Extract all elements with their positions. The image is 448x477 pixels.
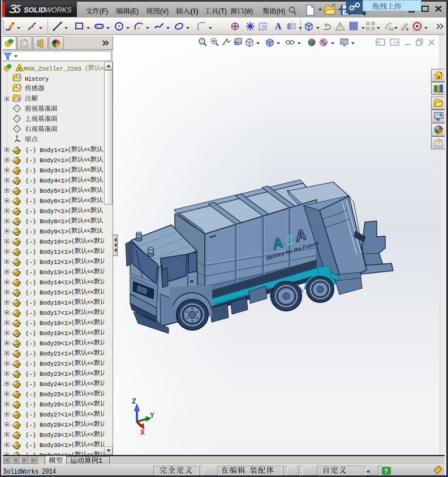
svg-text:(E): (E) — [130, 7, 139, 15]
svg-text:(: ( — [71, 431, 75, 438]
svg-text:Z: Z — [132, 397, 136, 406]
svg-text:History: History — [25, 75, 49, 82]
svg-text:(: ( — [71, 349, 75, 357]
svg-text:<<: << — [87, 268, 94, 275]
svg-text:(: ( — [71, 298, 75, 306]
svg-text:(: ( — [71, 329, 75, 336]
svg-text:(: ( — [71, 258, 75, 265]
svg-text:<<: << — [87, 319, 94, 326]
svg-text:(: ( — [68, 207, 71, 214]
svg-text:<<: << — [87, 400, 94, 407]
svg-text:SOLID: SOLID — [24, 6, 45, 14]
svg-text:(: ( — [71, 248, 75, 255]
svg-text:<<: << — [87, 410, 94, 418]
svg-text:(I): (I) — [190, 7, 199, 15]
svg-text:(-) Body25<1>: (-) Body25<1> — [25, 390, 71, 397]
svg-text:WORKS: WORKS — [45, 6, 72, 14]
svg-text:(-) Body19<1>: (-) Body19<1> — [25, 329, 71, 336]
svg-text:MAN_Zoeller_22m3: MAN_Zoeller_22m3 — [24, 64, 81, 72]
svg-text:(-) Body22<1>: (-) Body22<1> — [25, 359, 71, 367]
svg-text:(-) Body17<1>: (-) Body17<1> — [25, 309, 71, 316]
svg-text:(: ( — [71, 390, 75, 397]
svg-text:X: X — [140, 428, 145, 437]
svg-text:<<: << — [84, 187, 91, 194]
svg-text:<<: << — [87, 278, 94, 285]
svg-text:(-) Body5<1>: (-) Body5<1> — [25, 187, 68, 194]
svg-text:<<: << — [84, 227, 91, 235]
svg-text:<<: << — [84, 197, 91, 204]
svg-text:A: A — [275, 21, 282, 31]
svg-text:<<: << — [87, 288, 94, 296]
svg-text:<<: << — [87, 248, 94, 255]
svg-text:1: 1 — [98, 457, 102, 465]
svg-text:<<: << — [84, 217, 91, 224]
svg-text:<<: << — [87, 309, 94, 316]
svg-text:<<: << — [87, 390, 94, 397]
svg-text:(: ( — [68, 217, 71, 224]
svg-text:66: 66 — [389, 27, 394, 31]
svg-text:(: ( — [71, 359, 75, 367]
svg-text:(: ( — [71, 400, 75, 407]
svg-text:(-) Body8<1>: (-) Body8<1> — [25, 217, 68, 224]
svg-text:(: ( — [71, 268, 75, 275]
svg-text:SolidWorks 2014: SolidWorks 2014 — [3, 467, 56, 476]
svg-text:(: ( — [71, 237, 75, 245]
svg-text:(: ( — [68, 166, 71, 174]
svg-text:<<: << — [87, 329, 94, 336]
svg-text:<<: << — [87, 258, 94, 265]
svg-text:<<: << — [84, 176, 91, 184]
svg-text:(-) Body2<1>: (-) Body2<1> — [25, 156, 68, 163]
svg-text:A: A — [17, 96, 21, 102]
svg-text:(-) Body27<1>: (-) Body27<1> — [25, 410, 71, 418]
svg-text:<<: << — [84, 207, 91, 214]
svg-text:(-) Body12<1>: (-) Body12<1> — [25, 258, 71, 265]
svg-text:(-) Body9<1>: (-) Body9<1> — [25, 227, 68, 235]
svg-text:<<: << — [87, 420, 94, 428]
svg-text:<<: << — [87, 298, 94, 306]
svg-text:(: ( — [68, 227, 71, 235]
svg-text:(-) Body1<1>: (-) Body1<1> — [25, 146, 68, 153]
svg-text:(-) Body29<1>: (-) Body29<1> — [25, 431, 71, 438]
svg-text:<<: << — [87, 237, 94, 245]
svg-text:(-) Body6<1>: (-) Body6<1> — [25, 197, 68, 204]
svg-text:(W): (W) — [244, 7, 253, 15]
svg-text:(: ( — [71, 309, 75, 316]
svg-text:(-) Body23<1>: (-) Body23<1> — [25, 370, 71, 377]
svg-text:(: ( — [68, 156, 71, 163]
svg-text:(-) Body3<1>: (-) Body3<1> — [25, 166, 68, 174]
svg-text:<<: << — [87, 441, 94, 448]
svg-text:<<: << — [84, 146, 91, 153]
svg-text:(-) Body24<1>: (-) Body24<1> — [25, 380, 71, 387]
svg-text:(-) Body7<1>: (-) Body7<1> — [25, 207, 68, 214]
svg-text:(: ( — [68, 187, 71, 194]
svg-text:<<: << — [87, 370, 94, 377]
svg-text:<<: << — [87, 431, 94, 438]
svg-text:<<: << — [87, 349, 94, 357]
svg-text:(-) Body15<1>: (-) Body15<1> — [25, 288, 71, 296]
svg-text:(H): (H) — [277, 7, 285, 15]
svg-text:(-) Body16<1>: (-) Body16<1> — [25, 298, 71, 306]
svg-text:(: ( — [71, 410, 75, 418]
svg-text:(F): (F) — [100, 7, 108, 15]
svg-text:Y: Y — [150, 411, 154, 420]
svg-text:(: ( — [71, 278, 75, 285]
svg-text:(: ( — [85, 64, 88, 72]
svg-text:<<: << — [87, 339, 94, 346]
svg-text:<<: << — [87, 359, 94, 367]
svg-text:(-) Body10<1>: (-) Body10<1> — [25, 237, 71, 245]
svg-text:(: ( — [68, 146, 71, 153]
svg-text:(: ( — [71, 319, 75, 326]
svg-text:(: ( — [71, 370, 75, 377]
svg-text:<<: << — [87, 380, 94, 387]
svg-text:(-) Body11<1>: (-) Body11<1> — [25, 248, 71, 255]
svg-text:(: ( — [71, 339, 75, 346]
svg-text:<<: << — [84, 166, 91, 174]
svg-text:(-) Body26<1>: (-) Body26<1> — [25, 400, 71, 407]
svg-text:(V): (V) — [160, 7, 169, 15]
svg-text:(: ( — [71, 441, 75, 448]
svg-text:(: ( — [68, 197, 71, 204]
svg-text:(: ( — [68, 176, 71, 184]
svg-text:(-) Body20<1>: (-) Body20<1> — [25, 339, 71, 346]
svg-text:(-) Body13<1>: (-) Body13<1> — [25, 268, 71, 275]
svg-text:<<: << — [84, 156, 91, 163]
